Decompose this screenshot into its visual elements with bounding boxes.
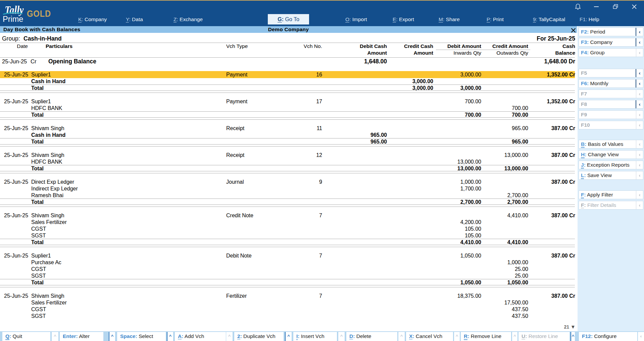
svg-text:GOLD: GOLD [27, 8, 51, 19]
svg-text:Prime: Prime [3, 15, 23, 23]
svg-text:Tally: Tally [5, 3, 23, 16]
